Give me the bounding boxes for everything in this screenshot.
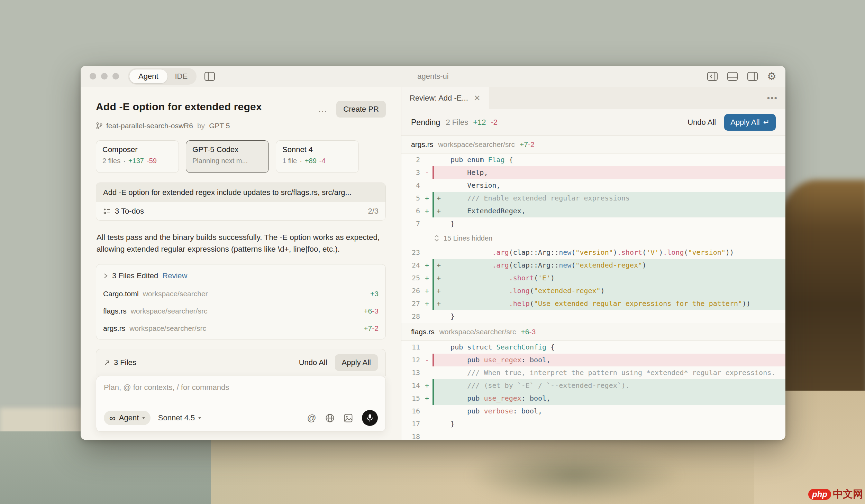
edited-file-row[interactable]: flags.rsworkspace/searcher/src+6-3 [96,302,385,320]
prompt-input[interactable] [104,383,378,392]
microphone-button[interactable] [362,410,378,426]
code-line: + .arg(clap::Arg::new("extended-regex") [432,259,785,272]
wallpaper-sand [211,436,865,504]
sidebar-toggle-icon[interactable] [204,72,215,81]
review-tab[interactable]: Review: Add -E... ✕ [401,87,489,109]
create-pr-button[interactable]: Create PR [336,101,386,118]
token: "version" [575,248,613,256]
edited-file-diffstat: +3 [370,290,379,298]
model-card[interactable]: Composer2 files·+137-59 [96,140,179,173]
pending-files-bar: 3 Files Undo All Apply All [96,349,386,376]
mode-label: Agent [119,413,139,422]
hidden-lines-row[interactable]: 15 Lines hidden [401,230,785,246]
more-options-button[interactable]: ... [316,103,330,115]
edited-file-row[interactable]: Cargo.tomlworkspace/searcher+3 [96,285,385,302]
minimize-button[interactable] [101,73,108,80]
code-line: } [432,217,785,230]
mode-selector[interactable]: ∞ Agent ▾ [104,411,151,425]
token [442,261,492,269]
diff-row: 11 pub struct SearchConfig { [401,341,785,354]
code-line: } [432,310,785,323]
unfold-icon [433,234,440,242]
diff-row: 12- pub use_regex: bool, [401,354,785,366]
globe-icon[interactable] [325,413,335,423]
branch-name[interactable]: feat-parallel-search-oswR6 [106,122,193,130]
tabbar-more-button[interactable]: ••• [764,92,781,104]
undo-all-button-left[interactable]: Undo All [299,358,327,367]
mode-switcher: Agent IDE [128,68,197,85]
files-bar-label[interactable]: 3 Files [114,358,136,367]
task-summary[interactable]: Add -E option for extended regex include… [96,183,385,202]
edited-file-row[interactable]: args.rsworkspace/searcher/src+7-2 [96,320,385,337]
token: Version, [442,181,501,189]
review-action-row: Pending 2 Files +12 -2 Undo All Apply Al… [401,109,785,136]
code-line: pub use_regex: bool, [432,354,785,366]
settings-gear-icon[interactable]: ⚙ [767,71,776,82]
tab-ide[interactable]: IDE [167,69,195,83]
gutter-sign: + [421,392,432,405]
token: ( [534,274,538,282]
diff-file-header[interactable]: flags.rsworkspace/searcher/src+6-3 [401,323,785,341]
dot-separator: · [123,157,126,165]
edited-file-diffstat: +7-2 [364,324,379,333]
arrow-up-right-icon [104,360,110,366]
line-number: 13 [401,366,421,379]
undo-all-button[interactable]: Undo All [688,118,716,127]
return-key-icon: ↵ [763,118,770,127]
token: use_regex [484,394,521,402]
mention-icon[interactable]: @ [307,413,316,423]
token: use_regex [484,356,521,364]
token: pub [450,343,463,351]
todos-row[interactable]: 3 To-dos 2/3 [96,202,385,220]
gutter-sign [421,246,432,259]
code-line: /// (set by `-E` / `--extended-regex`). [432,379,785,392]
token: .long [663,248,684,256]
close-tab-icon[interactable]: ✕ [474,93,481,103]
apply-all-button-left[interactable]: Apply All [335,354,378,371]
token [442,156,450,164]
token: ( [571,261,575,269]
diff-row: 24++ .arg(clap::Arg::new("extended-regex… [401,259,785,272]
model-card[interactable]: Sonnet 41 file·+89-4 [276,140,359,173]
token [463,156,467,164]
token: "extended-regex" [575,261,642,269]
token: .short [617,248,642,256]
model-card-name: GPT-5 Codex [192,145,262,154]
line-number: 26 [401,284,421,297]
diff-row: 17 } [401,418,785,430]
line-number: 28 [401,310,421,323]
diff-scroll-area[interactable]: args.rsworkspace/searcher/src+7-22 pub e… [401,136,785,440]
diff-row: 16 pub verbose: bool, [401,405,785,418]
model-label: Sonnet 4.5 [158,413,195,422]
zoom-button[interactable] [112,73,119,80]
token: SearchConfig [497,343,547,351]
model-card-adds: +89 [305,157,317,165]
files-edited-header[interactable]: 3 Files Edited Review [96,267,385,285]
review-link[interactable]: Review [162,271,187,280]
collapse-panel-icon[interactable] [707,72,718,81]
tab-agent[interactable]: Agent [129,69,167,83]
token: ExtendedRegex, [442,207,526,215]
model-card-files: 2 files [102,157,120,165]
model-card[interactable]: GPT-5 CodexPlanning next m... [186,140,269,173]
gutter-sign [421,217,432,230]
wallpaper-shadow [467,446,682,504]
right-panel-icon[interactable] [747,72,758,81]
apply-all-button[interactable]: Apply All↵ [724,114,776,131]
diff-file-section: flags.rsworkspace/searcher/src+6-311 pub… [401,323,785,440]
edited-file-path: workspace/searcher [143,290,208,298]
token: /// (set by `-E` / `--extended-regex`). [442,381,630,390]
bottom-panel-icon[interactable] [727,72,738,81]
code-line: pub verbose: bool, [432,405,785,418]
diff-file-header[interactable]: args.rsworkspace/searcher/src+7-2 [401,136,785,153]
files-edited-card: 3 Files Edited Review Cargo.tomlworkspac… [96,264,386,339]
model-selector[interactable]: Sonnet 4.5 ▾ [158,413,201,422]
image-icon[interactable] [344,413,353,423]
edited-file-path: workspace/searcher/src [131,307,208,315]
dels: -3 [372,307,379,315]
diff-file-diffstat: +7-2 [520,140,535,149]
close-button[interactable] [90,73,96,80]
token: .long [509,287,530,295]
line-number: 14 [401,379,421,392]
composer: ∞ Agent ▾ Sonnet 4.5 ▾ @ [96,376,386,432]
